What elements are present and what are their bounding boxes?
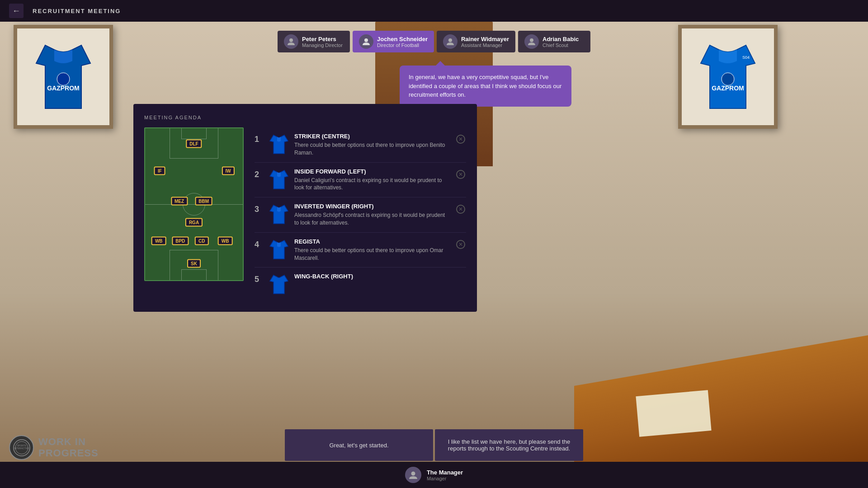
- manager-bar: The Manager Manager: [0, 462, 868, 488]
- jersey-left: GAZPROM: [17, 28, 109, 125]
- close-icon-3: ✕: [456, 205, 465, 214]
- jersey-frame-left: GAZPROM: [14, 25, 113, 129]
- jersey-icon-3: [269, 203, 289, 225]
- dialogue-area: Great, let's get started. I like the lis…: [285, 429, 583, 461]
- participants-bar: Peter Peters Managing Director Jochen Sc…: [278, 31, 590, 52]
- position-sk: SK: [187, 259, 201, 268]
- avatar-peter-peters: [284, 34, 298, 49]
- participant-role-peter: Managing Director: [302, 42, 343, 48]
- agenda-desc-3: Alessandro Schöpf's contract is expiring…: [294, 211, 450, 227]
- back-button[interactable]: ←: [9, 4, 24, 18]
- manager-role: Manager: [427, 476, 463, 481]
- agenda-pos-5: WING-BACK (RIGHT): [294, 273, 466, 280]
- svg-point-1: [57, 73, 70, 85]
- participant-peter-peters[interactable]: Peter Peters Managing Director: [278, 31, 350, 52]
- main-panel: MEETING AGENDA DLF IF IW MEZ BBM: [133, 104, 477, 312]
- agenda-item-5: 5 WING-BACK (RIGHT): [255, 267, 466, 301]
- wip-badge: SPORTS INTERACTIVE WORK INPROGRESS: [9, 435, 99, 460]
- svg-point-6: [364, 38, 368, 42]
- agenda-close-1[interactable]: ✕: [455, 134, 466, 145]
- svg-text:S04: S04: [742, 55, 750, 60]
- agenda-text-1: STRIKER (CENTRE) There could be better o…: [294, 133, 450, 157]
- agenda-pos-4: REGISTA: [294, 238, 450, 245]
- agenda-item-1: 1 STRIKER (CENTRE) There could be better…: [255, 127, 466, 163]
- participant-jochen-schneider[interactable]: Jochen Schneider Director of Football: [353, 31, 434, 52]
- participant-adrian-babic[interactable]: Adrian Babic Chief Scout: [518, 31, 590, 52]
- close-icon-2: ✕: [456, 170, 465, 179]
- svg-text:INTERACTIVE: INTERACTIVE: [14, 447, 29, 450]
- agenda-close-4[interactable]: ✕: [455, 239, 466, 250]
- dialogue-option-2[interactable]: I like the list we have here, but please…: [435, 429, 583, 461]
- manager-avatar: [405, 467, 421, 483]
- pitch-goal-top: [181, 128, 207, 139]
- agenda-close-3[interactable]: ✕: [455, 204, 466, 215]
- panel-title: MEETING AGENDA: [144, 115, 466, 120]
- agenda-pos-2: INSIDE FORWARD (LEFT): [294, 168, 450, 175]
- desk-paper: [636, 390, 711, 437]
- agenda-desc-2: Daniel Caligiuri's contract is expiring …: [294, 177, 450, 192]
- position-wb-left: WB: [151, 236, 166, 245]
- participant-info-peter: Peter Peters Managing Director: [302, 36, 343, 48]
- meeting-title: RECRUITMENT MEETING: [33, 8, 121, 14]
- position-bbm: BBM: [195, 197, 212, 206]
- participant-role-jochen: Director of Football: [377, 42, 428, 48]
- position-cd: CD: [195, 236, 208, 245]
- close-icon-4: ✕: [456, 240, 465, 249]
- manager-name: The Manager: [427, 469, 463, 476]
- participant-name-peter: Peter Peters: [302, 36, 343, 42]
- close-icon-1: ✕: [456, 135, 465, 144]
- position-rga: RGA: [185, 218, 203, 227]
- avatar-rainer: [443, 34, 458, 49]
- wip-text: WORK INPROGRESS: [38, 436, 99, 458]
- jersey-icon-5: [269, 273, 289, 296]
- formation-area: DLF IF IW MEZ BBM RGA WB BPD CD WB: [144, 127, 244, 301]
- agenda-text-4: REGISTA There could be better options ou…: [294, 238, 450, 262]
- participant-role-adrian: Chief Scout: [542, 42, 579, 48]
- participant-info-rainer: Rainer Widmayer Assistant Manager: [461, 36, 509, 48]
- agenda-num-5: 5: [255, 275, 264, 284]
- agenda-desc-4: There could be better options out there …: [294, 247, 450, 262]
- position-if: IF: [154, 167, 165, 175]
- agenda-pos-3: INVERTED WINGER (RIGHT): [294, 203, 450, 210]
- position-dlf: DLF: [186, 139, 202, 148]
- jersey-icon-2: [269, 168, 289, 191]
- agenda-pos-1: STRIKER (CENTRE): [294, 133, 450, 140]
- jersey-frame-right: GAZPROM S04: [678, 25, 778, 129]
- svg-point-8: [530, 38, 533, 42]
- participant-name-rainer: Rainer Widmayer: [461, 36, 509, 42]
- agenda-close-2[interactable]: ✕: [455, 169, 466, 180]
- agenda-item-4: 4 REGISTA There could be better options …: [255, 233, 466, 268]
- jersey-right: GAZPROM S04: [682, 28, 774, 125]
- football-pitch: DLF IF IW MEZ BBM RGA WB BPD CD WB: [144, 127, 244, 281]
- panel-content: DLF IF IW MEZ BBM RGA WB BPD CD WB: [144, 127, 466, 301]
- svg-point-5: [289, 38, 293, 42]
- agenda-num-2: 2: [255, 170, 264, 179]
- participant-info-adrian: Adrian Babic Chief Scout: [542, 36, 579, 48]
- participant-info-jochen: Jochen Schneider Director of Football: [377, 36, 428, 48]
- svg-point-13: [411, 472, 415, 476]
- agenda-num-3: 3: [255, 205, 264, 214]
- participant-rainer-widmayer[interactable]: Rainer Widmayer Assistant Manager: [437, 31, 515, 52]
- svg-point-7: [448, 38, 452, 42]
- avatar-adrian: [524, 34, 539, 49]
- position-bpd: BPD: [172, 236, 189, 245]
- speech-text: In general, we have a very competitive s…: [409, 74, 561, 98]
- pitch-goal-bottom: [181, 269, 207, 280]
- agenda-num-1: 1: [255, 135, 264, 144]
- dialogue-option-1[interactable]: Great, let's get started.: [285, 429, 433, 461]
- agenda-text-5: WING-BACK (RIGHT): [294, 273, 466, 282]
- manager-info: The Manager Manager: [427, 469, 463, 481]
- participant-role-rainer: Assistant Manager: [461, 42, 509, 48]
- agenda-num-4: 4: [255, 240, 264, 249]
- jersey-icon-1: [269, 133, 289, 155]
- position-iw: IW: [222, 167, 234, 175]
- position-mez: MEZ: [171, 197, 188, 206]
- agenda-text-2: INSIDE FORWARD (LEFT) Daniel Caligiuri's…: [294, 168, 450, 192]
- jersey-icon-4: [269, 238, 289, 261]
- agenda-item-3: 3 INVERTED WINGER (RIGHT) Alessandro Sch…: [255, 197, 466, 233]
- agenda-text-3: INVERTED WINGER (RIGHT) Alessandro Schöp…: [294, 203, 450, 227]
- position-wb-right: WB: [218, 236, 233, 245]
- top-bar: ← RECRUITMENT MEETING: [0, 0, 868, 22]
- avatar-jochen: [359, 34, 373, 49]
- agenda-desc-1: There could be better options out there …: [294, 141, 450, 157]
